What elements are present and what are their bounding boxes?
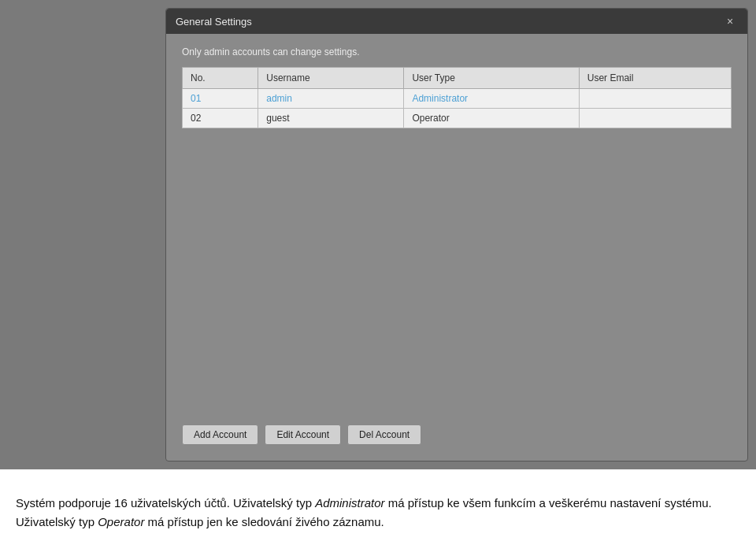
dialog-titlebar: General Settings ×	[166, 9, 747, 34]
col-no: No.	[183, 68, 258, 89]
table-row[interactable]: 01adminAdministrator	[183, 89, 732, 109]
button-row: Add Account Edit Account Del Account	[182, 424, 732, 448]
cell-email	[579, 89, 731, 109]
table-container: No. Username User Type User Email 01admi…	[182, 67, 732, 415]
add-account-button[interactable]: Add Account	[182, 424, 258, 445]
cell-no: 02	[183, 109, 258, 128]
cell-no: 01	[183, 89, 258, 109]
table-row[interactable]: 02guestOperator	[183, 109, 732, 128]
del-account-button[interactable]: Del Account	[347, 424, 421, 445]
bottom-text-area: Systém podporuje 16 uživatelských účtů. …	[0, 469, 756, 556]
close-button[interactable]: ×	[722, 13, 738, 29]
col-usertype: User Type	[404, 68, 579, 89]
col-email: User Email	[579, 68, 731, 89]
edit-account-button[interactable]: Edit Account	[265, 424, 341, 445]
bottom-description: Systém podporuje 16 uživatelských účtů. …	[16, 494, 740, 532]
info-text: Only admin accounts can change settings.	[182, 46, 732, 57]
dialog-wrapper: General Settings × Only admin accounts c…	[0, 0, 756, 469]
cell-username: guest	[258, 109, 404, 128]
dialog: General Settings × Only admin accounts c…	[165, 8, 748, 461]
account-table: No. Username User Type User Email 01admi…	[182, 67, 732, 128]
col-username: Username	[258, 68, 404, 89]
cell-usertype: Operator	[404, 109, 579, 128]
dialog-title: General Settings	[176, 16, 252, 28]
cell-username: admin	[258, 89, 404, 109]
dialog-content: Only admin accounts can change settings.…	[166, 34, 747, 461]
cell-email	[579, 109, 731, 128]
cell-usertype: Administrator	[404, 89, 579, 109]
